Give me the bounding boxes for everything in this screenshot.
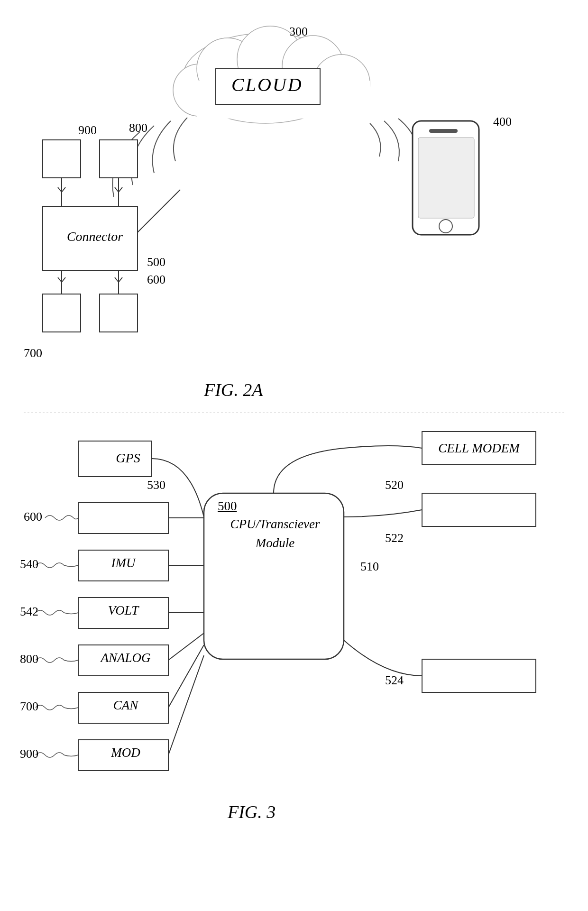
input-542-zigzag: [36, 610, 78, 615]
diagram-container: CLOUD 300 400 900 800 Connector 500 600 …: [0, 0, 588, 911]
left-ref-700: 700: [20, 699, 38, 714]
svg-rect-9: [429, 129, 458, 133]
svg-rect-26: [422, 493, 536, 526]
ref-500-fig2a: 500: [147, 255, 165, 269]
box-600: [78, 503, 168, 534]
ref-520: 520: [385, 478, 404, 492]
svg-rect-10: [418, 138, 474, 218]
box-522: [422, 493, 536, 526]
analog-label: ANALOG: [88, 651, 164, 665]
svg-rect-27: [422, 659, 536, 692]
ref-510: 510: [360, 560, 379, 574]
fig2a-caption: FIG. 2A: [204, 379, 263, 400]
left-ref-542: 542: [20, 605, 38, 619]
zigzag-bottom-right: [115, 270, 122, 294]
connector-label: Connector: [55, 229, 135, 244]
ref-530: 530: [147, 478, 165, 492]
zigzag-top-left: [58, 178, 65, 206]
top-left-boxes: [43, 140, 138, 178]
input-540-zigzag: [36, 563, 78, 568]
cloud-label: CLOUD: [231, 74, 303, 96]
ref-524: 524: [385, 673, 404, 688]
mod-label: MOD: [97, 745, 154, 760]
left-ref-540: 540: [20, 557, 38, 571]
ref-400: 400: [493, 115, 512, 129]
svg-rect-28: [78, 503, 168, 534]
left-ref-900: 900: [20, 747, 38, 761]
ref-800-fig2a: 800: [129, 121, 147, 135]
cell-modem-label: CELL MODEM: [427, 441, 531, 456]
cpu-ref-500: 500: [218, 499, 237, 514]
svg-rect-18: [43, 294, 81, 332]
left-ref-600: 600: [24, 510, 42, 524]
bottom-boxes: [43, 294, 138, 332]
svg-line-17: [138, 190, 180, 232]
input-900-zigzag: [36, 753, 78, 757]
ref-300: 300: [289, 25, 308, 39]
gps-label: GPS: [100, 451, 156, 466]
phone: [413, 121, 479, 235]
connector-to-cloud-line: [138, 190, 180, 232]
zigzag-bottom-left: [58, 270, 65, 294]
cpu-to-522: [344, 510, 422, 517]
volt-label: VOLT: [95, 603, 152, 618]
ref-600-fig2a: 600: [147, 273, 165, 287]
cpu-to-524: [344, 640, 422, 676]
left-ref-800: 800: [20, 652, 38, 666]
ref-700-fig2a: 700: [24, 346, 42, 360]
module-label: Module: [232, 536, 318, 551]
ref-900-fig2a: 900: [78, 123, 97, 138]
cpu-label: CPU/Transciever: [216, 517, 334, 532]
fig3-caption: FIG. 3: [228, 801, 276, 822]
box-524: [422, 659, 536, 692]
imu-label: IMU: [95, 556, 152, 571]
svg-rect-19: [100, 294, 138, 332]
input-600-zigzag: [45, 515, 78, 520]
ref-522: 522: [385, 531, 404, 545]
cloud-waves-right: [370, 119, 418, 166]
input-700-zigzag: [36, 705, 78, 710]
zigzag-top-right: [115, 178, 122, 206]
svg-rect-13: [43, 140, 81, 178]
can-label: CAN: [97, 698, 154, 713]
svg-rect-14: [100, 140, 138, 178]
input-800-zigzag: [36, 658, 78, 663]
